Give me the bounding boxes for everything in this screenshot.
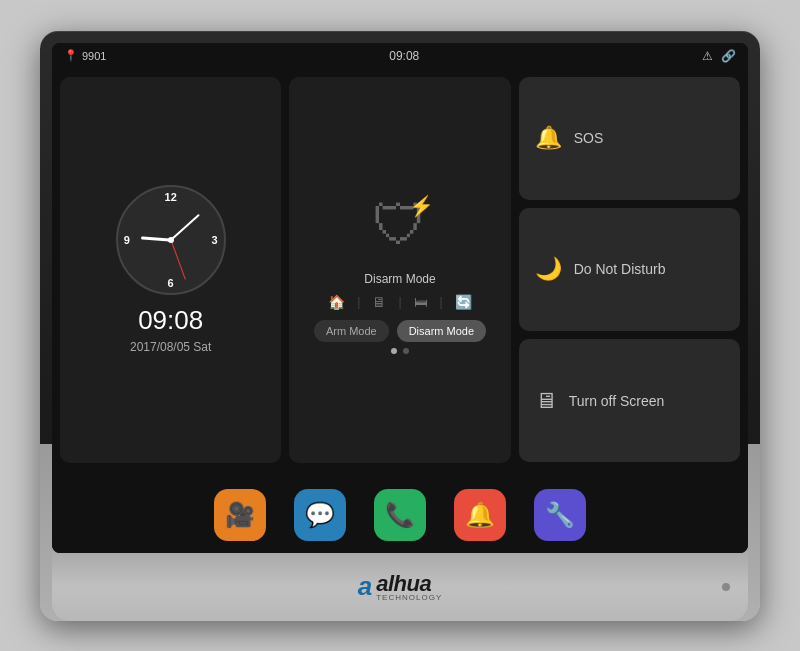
brand-subtitle: TECHNOLOGY xyxy=(376,593,442,602)
home-icon[interactable]: 🏠 xyxy=(328,294,345,310)
location-icon: 📍 xyxy=(64,49,78,62)
alarm-app-button[interactable]: 🔔 xyxy=(454,489,506,541)
screen-off-icon: 🖥 xyxy=(535,388,557,414)
clock-center-dot xyxy=(168,237,174,243)
brand-logo-a: a xyxy=(358,571,372,602)
screen-off-label: Turn off Screen xyxy=(569,393,665,409)
clock-num-9: 9 xyxy=(124,234,130,246)
clock-num-6: 6 xyxy=(168,277,174,289)
divider1: | xyxy=(357,295,360,309)
clock-num-12: 12 xyxy=(165,191,177,203)
clock-digital-time: 09:08 xyxy=(138,305,203,336)
sos-card[interactable]: 🔔 SOS xyxy=(519,77,740,200)
clock-second-hand xyxy=(170,240,185,280)
disarm-label: Disarm Mode xyxy=(364,272,435,286)
call-app-button[interactable]: 📞 xyxy=(374,489,426,541)
sos-icon: 🔔 xyxy=(535,125,562,151)
page-indicator xyxy=(391,348,409,354)
shield-badge-icon: ⚡ xyxy=(409,194,434,218)
clock-num-3: 3 xyxy=(212,234,218,246)
disarm-mode-button[interactable]: Disarm Mode xyxy=(397,320,486,342)
divider2: | xyxy=(398,295,401,309)
status-location: 📍 9901 xyxy=(64,49,106,62)
location-text: 9901 xyxy=(82,50,106,62)
dot-2 xyxy=(403,348,409,354)
side-indicator-dot xyxy=(722,583,730,591)
clock-card: 12 3 6 9 09:08 2017/08/05 Sat xyxy=(60,77,281,463)
status-icons: ⚠ 🔗 xyxy=(702,49,736,63)
clock-date: 2017/08/05 Sat xyxy=(130,340,211,354)
status-bar: 📍 9901 09:08 ⚠ 🔗 xyxy=(52,43,748,69)
shield-container: 🛡 ⚡ xyxy=(360,186,440,266)
brand-logo: a alhua TECHNOLOGY xyxy=(358,571,442,602)
disarm-mode-icons: 🏠 | 🖥 | 🛏 | 🔄 xyxy=(328,294,471,310)
disarm-card: 🛡 ⚡ Disarm Mode 🏠 | 🖥 | 🛏 | 🔄 Arm Mode D… xyxy=(289,77,510,463)
screen-off-card[interactable]: 🖥 Turn off Screen xyxy=(519,339,740,462)
main-content: 12 3 6 9 09:08 2017/08/05 Sat 🛡 ⚡ xyxy=(52,69,748,479)
monitor-icon[interactable]: 🖥 xyxy=(372,294,386,310)
clock-face: 12 3 6 9 xyxy=(116,185,226,295)
sos-label: SOS xyxy=(574,130,604,146)
clock-minute-hand xyxy=(170,214,200,241)
device-frame: 📍 9901 09:08 ⚠ 🔗 12 3 6 9 xyxy=(40,31,760,621)
network-icon: 🔗 xyxy=(721,49,736,63)
bed-icon[interactable]: 🛏 xyxy=(414,294,428,310)
clock-hour-hand xyxy=(141,236,171,241)
status-time: 09:08 xyxy=(389,49,419,63)
disarm-buttons: Arm Mode Disarm Mode xyxy=(314,320,486,342)
device-bottom-bar: a alhua TECHNOLOGY xyxy=(52,553,748,621)
dnd-icon: 🌙 xyxy=(535,256,562,282)
camera-app-button[interactable]: 🎥 xyxy=(214,489,266,541)
bottom-app-bar: 🎥 💬 📞 🔔 🔧 xyxy=(52,479,748,553)
message-app-button[interactable]: 💬 xyxy=(294,489,346,541)
dnd-label: Do Not Disturb xyxy=(574,261,666,277)
settings-app-button[interactable]: 🔧 xyxy=(534,489,586,541)
arm-mode-button[interactable]: Arm Mode xyxy=(314,320,389,342)
right-panel: 🔔 SOS 🌙 Do Not Disturb 🖥 Turn off Screen xyxy=(519,77,740,463)
brand-text-group: alhua TECHNOLOGY xyxy=(376,571,442,602)
alert-icon: ⚠ xyxy=(702,49,713,63)
dnd-card[interactable]: 🌙 Do Not Disturb xyxy=(519,208,740,331)
dot-1 xyxy=(391,348,397,354)
refresh-icon[interactable]: 🔄 xyxy=(455,294,472,310)
divider3: | xyxy=(440,295,443,309)
device-screen: 📍 9901 09:08 ⚠ 🔗 12 3 6 9 xyxy=(52,43,748,553)
